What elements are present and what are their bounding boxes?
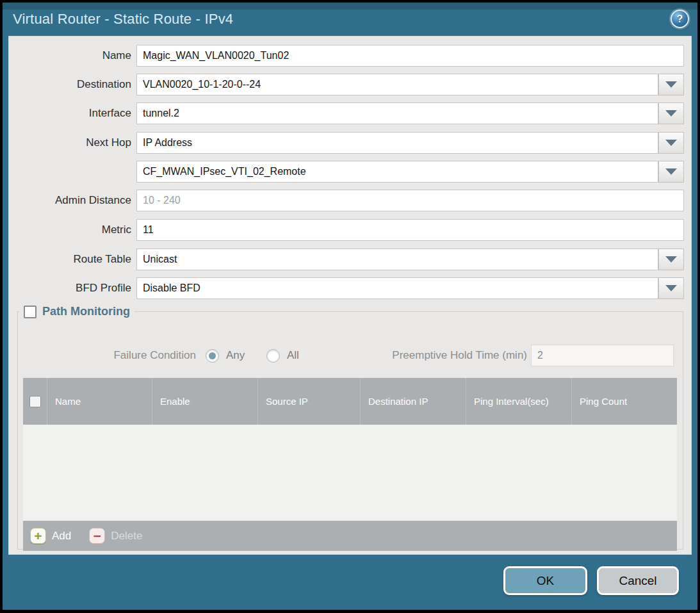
table-toolbar: + Add − Delete [23, 521, 677, 551]
chevron-down-icon [665, 256, 677, 263]
select-all-column [23, 378, 47, 425]
destination-dropdown-button[interactable] [658, 74, 684, 95]
route-table-input[interactable] [136, 249, 658, 270]
chevron-down-icon [665, 140, 677, 146]
failure-condition-any-label: Any [226, 345, 245, 366]
admin-distance-label: Admin Distance [13, 190, 131, 211]
destination-label: Destination [13, 74, 131, 95]
next-hop-address-dropdown-button[interactable] [658, 161, 684, 183]
destination-input[interactable] [136, 74, 658, 95]
admin-distance-input[interactable] [136, 190, 684, 211]
bfd-profile-input[interactable] [136, 277, 658, 299]
preemptive-hold-time-input[interactable] [531, 345, 674, 366]
path-monitoring-table: Name Enable Source IP Destination IP Pin… [23, 378, 677, 551]
cancel-button[interactable]: Cancel [597, 566, 679, 595]
interface-input[interactable] [136, 102, 658, 124]
route-table-dropdown-button[interactable] [658, 249, 684, 270]
column-header-name: Name [47, 378, 152, 425]
table-body-empty [23, 425, 677, 521]
add-button-label: Add [52, 530, 71, 543]
preemptive-hold-time-label: Preemptive Hold Time (min) [293, 345, 527, 366]
select-all-checkbox[interactable] [29, 396, 41, 407]
column-header-source-ip: Source IP [258, 378, 361, 425]
next-hop-label: Next Hop [13, 132, 131, 154]
next-hop-type-input[interactable] [136, 132, 658, 154]
column-header-ping-interval: Ping Interval(sec) [466, 378, 572, 425]
next-hop-address-row [0, 161, 700, 183]
name-row: Name [0, 45, 700, 67]
name-label: Name [13, 45, 131, 67]
name-input[interactable] [136, 45, 684, 67]
admin-distance-row: Admin Distance [0, 190, 700, 211]
column-header-destination-ip: Destination IP [361, 378, 466, 425]
interface-label: Interface [13, 102, 131, 124]
metric-row: Metric [0, 219, 700, 241]
next-hop-row: Next Hop [0, 132, 700, 154]
delete-button[interactable]: − Delete [89, 528, 142, 544]
next-hop-type-dropdown-button[interactable] [658, 132, 684, 154]
chevron-down-icon [665, 168, 677, 175]
help-icon: ? [677, 13, 683, 25]
add-plus-icon: + [30, 528, 46, 544]
ok-button[interactable]: OK [503, 566, 587, 595]
add-button[interactable]: + Add [30, 528, 71, 544]
destination-row: Destination [0, 74, 700, 95]
delete-minus-icon: − [89, 528, 105, 544]
column-header-ping-count: Ping Count [572, 378, 677, 425]
chevron-down-icon [665, 285, 677, 291]
route-table-label: Route Table [13, 249, 131, 270]
path-monitoring-checkbox[interactable] [24, 306, 37, 318]
bfd-profile-row: BFD Profile [0, 277, 700, 299]
failure-condition-all-radio[interactable] [266, 349, 280, 363]
column-header-enable: Enable [152, 378, 258, 425]
table-header-row: Name Enable Source IP Destination IP Pin… [23, 378, 677, 425]
metric-label: Metric [13, 219, 131, 241]
bfd-profile-label: BFD Profile [13, 277, 131, 299]
static-route-dialog: Virtual Router - Static Route - IPv4 ? N… [0, 0, 700, 613]
chevron-down-icon [665, 110, 677, 117]
dialog-title: Virtual Router - Static Route - IPv4 [13, 11, 233, 28]
path-monitoring-section: Path Monitoring Failure Condition Any Al… [17, 305, 683, 550]
interface-dropdown-button[interactable] [658, 102, 684, 124]
help-button[interactable]: ? [671, 10, 689, 28]
path-monitoring-legend: Path Monitoring [19, 305, 134, 318]
route-table-row: Route Table [0, 249, 700, 270]
bfd-profile-dropdown-button[interactable] [658, 277, 684, 299]
metric-input[interactable] [136, 219, 684, 241]
path-monitoring-title: Path Monitoring [42, 305, 130, 318]
chevron-down-icon [665, 81, 677, 88]
failure-condition-any-radio[interactable] [206, 349, 219, 363]
delete-button-label: Delete [111, 530, 142, 543]
next-hop-address-input[interactable] [136, 161, 658, 183]
interface-row: Interface [0, 102, 700, 124]
failure-condition-label: Failure Condition [18, 345, 196, 366]
